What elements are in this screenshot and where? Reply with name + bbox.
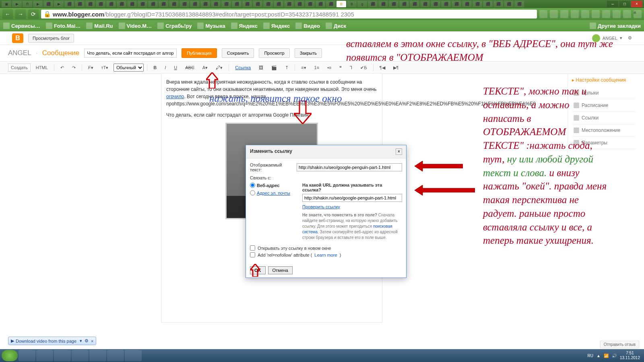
- menu-icon[interactable]: ≡: [634, 10, 642, 18]
- extension-icon[interactable]: [592, 10, 600, 18]
- tab[interactable]: ⬛: [85, 1, 95, 7]
- compose-tab[interactable]: Создать: [8, 64, 31, 72]
- view-blog-button[interactable]: Просмотреть блог: [28, 34, 74, 43]
- tab[interactable]: ⬛: [420, 1, 430, 7]
- tab[interactable]: ⬛: [169, 1, 179, 7]
- font-size-icon[interactable]: тT▾: [99, 64, 111, 72]
- undo-icon[interactable]: ↶: [58, 64, 67, 72]
- bookmark-item[interactable]: Сервисы…: [3, 23, 40, 29]
- tab[interactable]: ▣: [2, 1, 11, 7]
- volume-icon[interactable]: 🔊: [612, 354, 617, 358]
- tab[interactable]: ⬛: [274, 1, 283, 7]
- extension-icon[interactable]: [613, 10, 621, 18]
- tab[interactable]: ⬛: [504, 1, 514, 7]
- taskbar-app[interactable]: [36, 350, 53, 361]
- bookmark-item[interactable]: Сграбь!ру: [157, 23, 192, 29]
- network-icon[interactable]: 📶: [604, 354, 609, 358]
- display-text-input[interactable]: [297, 163, 402, 171]
- tab[interactable]: ⬛: [75, 1, 85, 7]
- blogger-logo-icon[interactable]: B: [12, 33, 23, 43]
- redo-icon[interactable]: ↷: [69, 64, 78, 72]
- dialog-titlebar[interactable]: Изменить ссылку ×: [246, 145, 406, 158]
- tab[interactable]: ⬛: [462, 1, 472, 7]
- bookmark-item[interactable]: Видео: [295, 23, 320, 29]
- strikethrough-icon[interactable]: ABC: [182, 64, 197, 72]
- link-button[interactable]: Ссылка: [232, 64, 254, 72]
- tab[interactable]: Я: [23, 1, 32, 7]
- tab[interactable]: ⬛: [514, 1, 524, 7]
- quote-icon[interactable]: ❝: [336, 64, 345, 72]
- forward-button[interactable]: →: [15, 9, 26, 19]
- extension-icon[interactable]: [550, 10, 558, 18]
- taskbar-app[interactable]: [125, 350, 142, 361]
- reload-button[interactable]: ⟳: [28, 9, 39, 19]
- bullet-list-icon[interactable]: •≡: [324, 64, 334, 72]
- video-icon[interactable]: 🎬: [268, 64, 280, 72]
- taskbar-app[interactable]: [54, 350, 71, 361]
- checkbox-new-window[interactable]: Открывать эту ссылку в новом окне: [250, 245, 402, 251]
- tab[interactable]: ⬛: [483, 1, 493, 7]
- dialog-close-icon[interactable]: ×: [396, 148, 402, 155]
- bookmark-item[interactable]: Foto.Mai…: [46, 23, 80, 29]
- tab[interactable]: ⬛: [106, 1, 116, 7]
- test-link[interactable]: Проверить ссылку: [302, 204, 340, 209]
- tab[interactable]: ⬛: [431, 1, 440, 7]
- gear-icon[interactable]: ⚙: [85, 338, 89, 343]
- tab[interactable]: ⬛: [117, 1, 126, 7]
- tab[interactable]: ⬛: [43, 1, 53, 7]
- close-button[interactable]: ×: [631, 1, 642, 7]
- tab[interactable]: ⬛: [263, 1, 273, 7]
- bookmark-item[interactable]: Диск: [326, 23, 346, 29]
- tab[interactable]: ⬛: [493, 1, 503, 7]
- tab[interactable]: ⬛: [284, 1, 294, 7]
- save-button[interactable]: Сохранить: [222, 48, 254, 58]
- tab[interactable]: ⬛: [253, 1, 262, 7]
- download-video-bar[interactable]: ▶ Download video from this page ▾ ⚙ ×: [8, 337, 96, 345]
- underline-icon[interactable]: U: [171, 64, 180, 72]
- highlight-icon[interactable]: 🖍▾: [213, 64, 225, 72]
- close-button[interactable]: Закрыть: [295, 48, 322, 58]
- extension-icon[interactable]: [571, 10, 579, 18]
- url-input[interactable]: [302, 194, 402, 202]
- bold-icon[interactable]: B: [151, 64, 159, 72]
- tab[interactable]: ▶: [33, 1, 43, 7]
- tab[interactable]: ⬛: [368, 1, 378, 7]
- tab[interactable]: ⬛: [127, 1, 137, 7]
- tab[interactable]: ▶: [12, 1, 22, 7]
- bookmark-icon[interactable]: [539, 10, 547, 18]
- preview-button[interactable]: Просмотр: [259, 48, 289, 58]
- checkbox-nofollow[interactable]: Add 'rel=nofollow' attribute (Learn more…: [250, 252, 402, 257]
- start-button[interactable]: [2, 350, 18, 361]
- tab[interactable]: ⬛: [441, 1, 451, 7]
- jump-break-icon[interactable]: ⤒: [282, 64, 291, 72]
- close-icon[interactable]: ×: [91, 339, 93, 343]
- bookmark-item[interactable]: Video.M…: [119, 23, 152, 29]
- font-family-icon[interactable]: F▾: [85, 64, 96, 72]
- bookmark-item[interactable]: Яндекс: [231, 23, 258, 29]
- tab[interactable]: ⬛: [64, 1, 74, 7]
- extension-icon[interactable]: [623, 10, 631, 18]
- tab[interactable]: ⬛: [305, 1, 315, 7]
- tab[interactable]: ⬛: [242, 1, 252, 7]
- tab[interactable]: ⬛: [326, 1, 336, 7]
- send-feedback-button[interactable]: Отправить отзыв: [600, 341, 639, 348]
- tab[interactable]: ⬛: [221, 1, 231, 7]
- bookmark-item[interactable]: Mail.Ru: [86, 23, 113, 29]
- tab[interactable]: B: [347, 1, 357, 7]
- extension-icon[interactable]: [560, 10, 568, 18]
- bookmark-item[interactable]: Музыка: [197, 23, 225, 29]
- tab[interactable]: ▶: [54, 1, 64, 7]
- text-color-icon[interactable]: A▾: [200, 64, 211, 72]
- cancel-button[interactable]: Отмена: [268, 266, 293, 274]
- maximize-button[interactable]: □: [619, 1, 630, 7]
- other-bookmarks[interactable]: Другие закладки: [590, 23, 641, 29]
- tab[interactable]: ⬛: [96, 1, 105, 7]
- numbered-list-icon[interactable]: 1≡: [312, 64, 322, 72]
- extension-icon[interactable]: [602, 10, 610, 18]
- tab[interactable]: ⬛: [399, 1, 409, 7]
- clock[interactable]: 7:51 13.11.2012: [620, 351, 640, 360]
- radio-web-address[interactable]: Веб-адрес: [250, 183, 294, 188]
- minimize-button[interactable]: –: [607, 1, 618, 7]
- tab[interactable]: g: [357, 1, 367, 7]
- tab[interactable]: ⬛: [232, 1, 242, 7]
